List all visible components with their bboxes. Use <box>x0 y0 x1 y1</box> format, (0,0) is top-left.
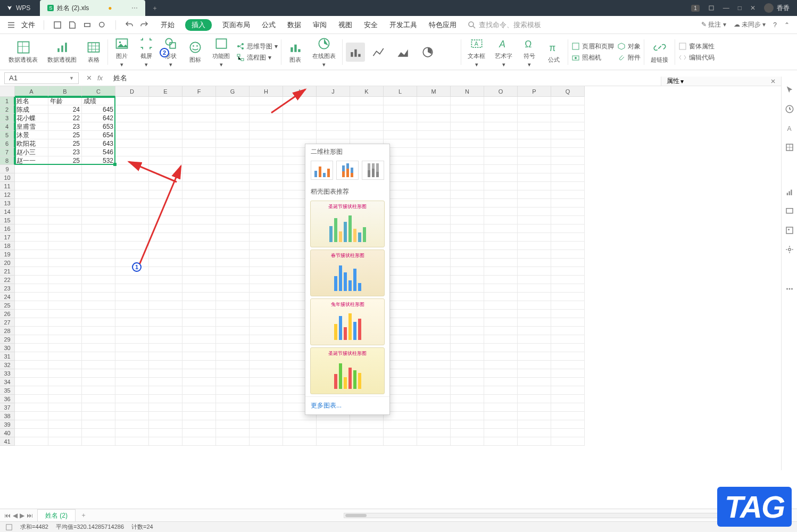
cell[interactable] <box>250 429 283 437</box>
cell[interactable] <box>417 301 451 310</box>
cell[interactable] <box>518 335 551 344</box>
cell[interactable] <box>115 395 149 403</box>
cell[interactable] <box>216 327 250 335</box>
row-header[interactable]: 24 <box>0 293 15 301</box>
cell[interactable] <box>250 412 283 420</box>
cell[interactable] <box>417 233 451 242</box>
cell[interactable] <box>551 361 585 369</box>
cell[interactable] <box>182 148 216 156</box>
cell[interactable] <box>82 242 115 250</box>
cell[interactable] <box>484 233 518 242</box>
row-header[interactable]: 15 <box>0 216 15 225</box>
cell[interactable] <box>451 97 484 105</box>
cell[interactable] <box>551 207 585 216</box>
cell[interactable]: 25 <box>48 139 82 148</box>
cell[interactable] <box>182 259 216 267</box>
cell[interactable] <box>149 190 182 199</box>
cell[interactable] <box>484 259 518 267</box>
cell[interactable] <box>15 395 48 403</box>
comment-menu[interactable]: ✎ 批注 ▾ <box>701 20 726 29</box>
chart-template-2[interactable]: 春节簇状柱形图 <box>310 250 385 296</box>
cursor-icon[interactable] <box>785 85 794 95</box>
cell[interactable] <box>518 148 551 156</box>
cell[interactable] <box>551 386 585 395</box>
cell[interactable] <box>115 386 149 395</box>
cell[interactable] <box>149 310 182 318</box>
saveas-icon[interactable] <box>68 20 77 30</box>
attachment-button[interactable]: 附件 <box>617 53 641 62</box>
cell[interactable] <box>48 369 82 378</box>
tab-special[interactable]: 特色应用 <box>428 18 458 32</box>
cell[interactable] <box>115 199 149 207</box>
cell[interactable]: 25 <box>48 131 82 139</box>
cell[interactable] <box>250 242 283 250</box>
cell[interactable] <box>551 242 585 250</box>
row-header[interactable]: 6 <box>0 139 15 148</box>
cell[interactable] <box>149 122 182 131</box>
cell[interactable] <box>417 267 451 276</box>
sync-status[interactable]: ☁ 未同步 ▾ <box>734 20 766 29</box>
cell[interactable] <box>551 412 585 420</box>
notif-badge[interactable]: 1 <box>691 5 700 12</box>
cell[interactable] <box>350 429 384 437</box>
cell[interactable] <box>48 173 82 182</box>
row-header[interactable]: 37 <box>0 403 15 412</box>
cell[interactable] <box>15 327 48 335</box>
cell[interactable] <box>551 293 585 301</box>
cell[interactable] <box>115 335 149 344</box>
cell[interactable] <box>417 335 451 344</box>
cell[interactable] <box>149 97 182 105</box>
cell[interactable] <box>115 284 149 293</box>
cell[interactable] <box>182 327 216 335</box>
cell[interactable] <box>417 207 451 216</box>
cell[interactable] <box>250 131 283 139</box>
cell[interactable] <box>551 97 585 105</box>
cell[interactable] <box>48 233 82 242</box>
cell[interactable] <box>451 429 484 437</box>
cell[interactable] <box>384 105 417 114</box>
cell[interactable] <box>15 267 48 276</box>
cell[interactable] <box>182 310 216 318</box>
cell[interactable] <box>518 284 551 293</box>
cell[interactable] <box>250 114 283 122</box>
cell[interactable] <box>15 412 48 420</box>
cell[interactable] <box>518 395 551 403</box>
namebox-dropdown-icon[interactable]: ▼ <box>69 76 74 81</box>
cell[interactable] <box>417 318 451 327</box>
cell[interactable] <box>182 293 216 301</box>
cell[interactable] <box>518 233 551 242</box>
cell[interactable] <box>350 437 384 446</box>
cell[interactable] <box>149 437 182 446</box>
cell[interactable] <box>82 190 115 199</box>
cell[interactable] <box>82 207 115 216</box>
file-menu[interactable]: 文件 <box>21 20 35 30</box>
cell[interactable] <box>283 122 317 131</box>
cell[interactable] <box>48 352 82 361</box>
sheet-nav-next[interactable]: ▶ <box>20 512 24 519</box>
cell[interactable] <box>484 105 518 114</box>
cell[interactable] <box>48 267 82 276</box>
cell[interactable]: 532 <box>82 156 115 165</box>
cell[interactable] <box>15 207 48 216</box>
cell[interactable] <box>518 437 551 446</box>
cell[interactable] <box>250 284 283 293</box>
cell[interactable] <box>484 139 518 148</box>
tab-security[interactable]: 安全 <box>363 18 379 32</box>
cell[interactable] <box>15 420 48 429</box>
cell[interactable] <box>15 361 48 369</box>
more-charts-link[interactable]: 更多图表... <box>305 396 389 414</box>
cell[interactable] <box>484 361 518 369</box>
cell[interactable] <box>15 284 48 293</box>
cell[interactable] <box>484 420 518 429</box>
pivot-table-button[interactable]: 数据透视表 <box>5 40 41 64</box>
row-header[interactable]: 38 <box>0 412 15 420</box>
cell[interactable] <box>350 420 384 429</box>
cell[interactable] <box>551 378 585 386</box>
cell[interactable] <box>149 114 182 122</box>
cell[interactable] <box>417 284 451 293</box>
cell[interactable] <box>417 429 451 437</box>
property-close-icon[interactable]: ✕ <box>770 78 776 85</box>
row-header[interactable]: 7 <box>0 148 15 156</box>
cell[interactable] <box>518 344 551 352</box>
cell[interactable] <box>451 293 484 301</box>
